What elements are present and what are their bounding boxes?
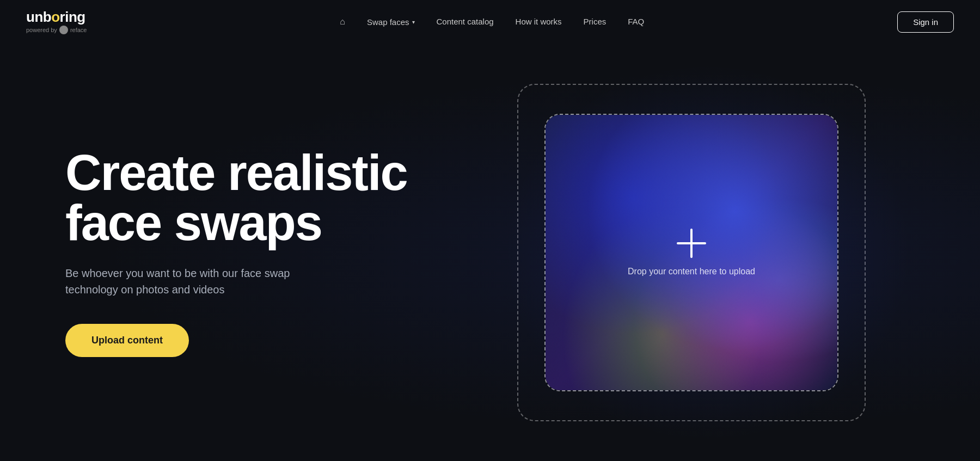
hero-title: Create realistic face swaps: [65, 147, 446, 248]
swap-faces-link[interactable]: Swap faces ▾: [367, 17, 415, 27]
navigation: unboring powered by reface ⌂ Swap faces …: [0, 0, 980, 44]
drop-text: Drop your content here to upload: [628, 267, 755, 276]
plus-icon: [677, 229, 706, 258]
nav-item-faq[interactable]: FAQ: [628, 17, 644, 27]
prices-link[interactable]: Prices: [584, 17, 607, 26]
upload-dropzone[interactable]: Drop your content here to upload: [544, 114, 838, 391]
faq-link[interactable]: FAQ: [628, 17, 644, 26]
upload-area-container: Drop your content here to upload: [446, 84, 936, 421]
hero-section: Create realistic face swaps Be whoever y…: [0, 44, 980, 461]
powered-by-text: powered by: [26, 27, 57, 33]
home-icon: ⌂: [340, 17, 345, 26]
hero-title-line2: face swaps: [65, 195, 322, 250]
nav-item-how-it-works[interactable]: How it works: [516, 17, 562, 27]
reface-icon: [59, 26, 68, 34]
hero-title-line1: Create realistic: [65, 145, 407, 200]
hero-content: Create realistic face swaps Be whoever y…: [65, 147, 446, 357]
nav-item-content-catalog[interactable]: Content catalog: [437, 17, 494, 27]
how-it-works-link[interactable]: How it works: [516, 17, 562, 26]
faq-label: FAQ: [628, 17, 644, 26]
hero-subtitle: Be whoever you want to be with our face …: [65, 265, 327, 298]
content-catalog-label: Content catalog: [437, 17, 494, 26]
sign-in-button[interactable]: Sign in: [897, 11, 954, 33]
nav-item-swap-faces[interactable]: Swap faces ▾: [367, 17, 415, 27]
brand-name: unboring: [26, 10, 87, 24]
chevron-down-icon: ▾: [412, 19, 415, 25]
upload-content-button[interactable]: Upload content: [65, 324, 189, 357]
powered-by: powered by reface: [26, 26, 87, 34]
how-it-works-label: How it works: [516, 17, 562, 26]
nav-links: ⌂ Swap faces ▾ Content catalog How it wo…: [340, 17, 644, 27]
nav-item-prices[interactable]: Prices: [584, 17, 607, 27]
logo[interactable]: unboring powered by reface: [26, 10, 87, 34]
reface-name: reface: [70, 27, 87, 33]
prices-label: Prices: [584, 17, 607, 26]
upload-outer-border: Drop your content here to upload: [517, 84, 866, 421]
content-catalog-link[interactable]: Content catalog: [437, 17, 494, 26]
nav-item-home[interactable]: ⌂: [340, 17, 345, 27]
swap-faces-label: Swap faces: [367, 17, 409, 27]
home-link[interactable]: ⌂: [340, 17, 345, 26]
